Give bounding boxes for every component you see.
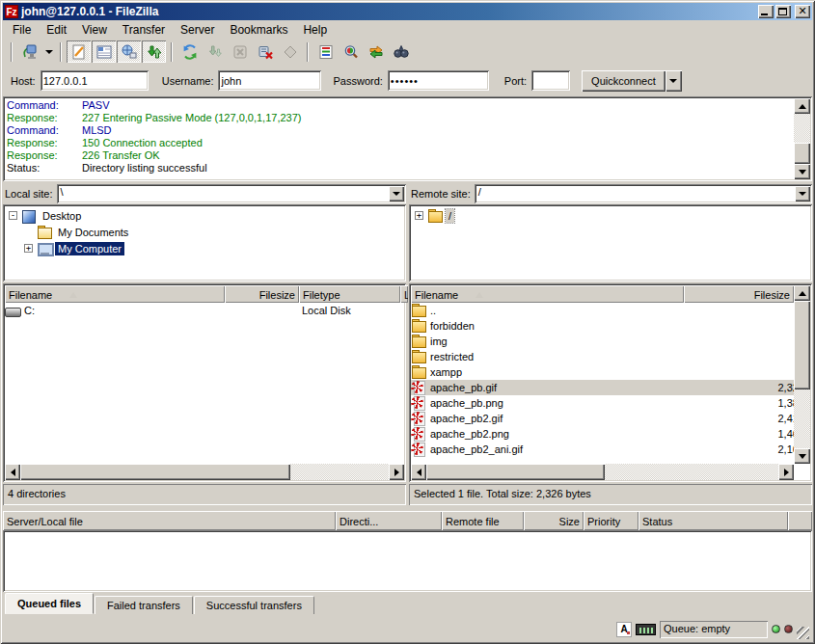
resize-grip[interactable] <box>797 627 809 639</box>
column-header-direction[interactable]: Directi... <box>336 511 442 530</box>
reconnect-button[interactable] <box>278 40 302 63</box>
column-header-status[interactable]: Status <box>638 511 788 530</box>
column-header-filetype[interactable]: Filetype <box>299 285 400 303</box>
remote-vertical-scrollbar[interactable] <box>794 285 810 464</box>
file-row[interactable]: .. <box>411 303 810 318</box>
scroll-left-button[interactable] <box>5 464 20 480</box>
local-horizontal-scrollbar[interactable] <box>5 464 404 480</box>
scroll-thumb[interactable] <box>426 464 605 480</box>
quickconnect-dropdown-button[interactable] <box>666 70 682 92</box>
maximize-button[interactable] <box>775 5 791 18</box>
host-input[interactable] <box>41 70 149 91</box>
file-row[interactable]: apache_pb.gif 2,326 <box>411 380 810 395</box>
remote-site-dropdown-button[interactable] <box>795 186 810 201</box>
scroll-thumb[interactable] <box>20 464 290 480</box>
scroll-left-button[interactable] <box>411 464 426 480</box>
menu-item[interactable]: View <box>74 21 115 39</box>
queue-list[interactable] <box>3 530 812 592</box>
title-bar[interactable]: Fz john@127.0.0.1 - FileZilla ✕ <box>3 3 812 20</box>
toggle-message-log-button[interactable] <box>67 40 91 63</box>
queue-tab[interactable]: Successful transfers <box>194 596 314 614</box>
tree-expander[interactable]: - <box>9 211 17 220</box>
tree-item[interactable]: + / <box>413 207 810 224</box>
column-header-remote-file[interactable]: Remote file <box>442 511 524 530</box>
menu-item[interactable]: Transfer <box>115 21 173 39</box>
tree-item-icon <box>37 226 53 239</box>
minimize-button[interactable] <box>758 5 774 18</box>
menu-item[interactable]: Server <box>173 21 222 39</box>
scroll-right-button[interactable] <box>778 464 794 480</box>
column-header-filesize[interactable]: Filesize <box>225 285 299 303</box>
file-row[interactable]: forbidden <box>411 318 810 334</box>
password-input[interactable] <box>388 70 489 91</box>
scroll-up-button[interactable] <box>794 98 810 114</box>
file-row[interactable]: apache_pb2.gif 2,414 <box>411 411 810 426</box>
transfer-type-indicator-icon[interactable]: A <box>616 622 632 637</box>
tree-expander[interactable]: + <box>415 211 423 220</box>
process-queue-button[interactable] <box>203 40 227 63</box>
file-row[interactable]: img <box>411 334 810 349</box>
find-files-button[interactable] <box>389 40 413 63</box>
file-icon <box>411 365 427 379</box>
column-header-filename[interactable]: Filename <box>5 285 225 303</box>
username-label: Username: <box>162 75 214 87</box>
site-manager-button[interactable] <box>17 40 41 63</box>
column-header-server-local-file[interactable]: Server/Local file <box>3 511 336 530</box>
column-header-lastmodified[interactable]: L <box>400 285 408 303</box>
tree-item-label[interactable]: My Computer <box>55 242 124 255</box>
column-header-priority[interactable]: Priority <box>584 511 638 530</box>
tree-item[interactable]: + My Computer <box>7 240 404 256</box>
tree-item-label[interactable]: My Documents <box>55 226 131 239</box>
file-row[interactable]: apache_pb2.png 1,463 <box>411 426 810 442</box>
file-name: xampp <box>429 366 720 378</box>
username-input[interactable] <box>218 70 321 91</box>
speed-limit-indicator-icon[interactable] <box>636 624 656 635</box>
log-scrollbar[interactable] <box>794 98 810 179</box>
scroll-up-button[interactable] <box>794 285 810 301</box>
queue-tab[interactable]: Failed transfers <box>95 596 193 614</box>
local-file-list: Filename Filesize Filetype L C: Local Di… <box>3 283 406 482</box>
tree-item-label[interactable]: Desktop <box>40 209 84 223</box>
refresh-button[interactable] <box>177 40 202 63</box>
tree-item[interactable]: - Desktop <box>7 207 404 224</box>
column-header-filesize[interactable]: Filesize <box>684 285 794 303</box>
menu-item[interactable]: Bookmarks <box>222 21 295 39</box>
menu-item[interactable]: Edit <box>39 21 74 39</box>
quickconnect-button[interactable]: Quickconnect <box>582 70 666 92</box>
queue-tab[interactable]: Queued files <box>5 593 94 614</box>
local-site-dropdown-button[interactable] <box>389 186 404 201</box>
scroll-right-button[interactable] <box>389 464 404 480</box>
remote-site-combobox[interactable]: / <box>475 184 812 203</box>
toggle-transfer-queue-button[interactable] <box>142 40 166 63</box>
tree-expander[interactable]: + <box>24 244 33 253</box>
file-row[interactable]: xampp <box>411 364 810 380</box>
synchronized-browsing-button[interactable] <box>364 40 388 63</box>
directory-comparison-button[interactable] <box>339 40 363 63</box>
file-row[interactable]: C: Local Disk <box>5 303 404 318</box>
scroll-down-button[interactable] <box>794 448 810 464</box>
tree-item[interactable]: My Documents <box>7 224 404 240</box>
scroll-thumb[interactable] <box>794 301 810 389</box>
menu-item[interactable]: File <box>5 21 39 39</box>
directory-listing-filters-button[interactable] <box>313 40 338 63</box>
column-header-size[interactable]: Size <box>524 511 584 530</box>
local-site-combobox[interactable]: \ <box>57 184 406 203</box>
site-manager-dropdown-button[interactable] <box>42 40 55 63</box>
file-row[interactable]: restricted <box>411 349 810 364</box>
close-button[interactable]: ✕ <box>795 5 810 18</box>
toggle-local-tree-button[interactable] <box>92 40 116 63</box>
tree-item-label[interactable]: / <box>446 209 454 223</box>
scroll-thumb[interactable] <box>794 143 810 164</box>
file-row[interactable]: apache_pb.png 1,385 <box>411 395 810 411</box>
cancel-operation-button[interactable] <box>228 40 252 63</box>
remote-horizontal-scrollbar[interactable] <box>411 464 794 480</box>
triangle-right-icon <box>784 469 789 476</box>
menu-item[interactable]: Help <box>295 21 335 39</box>
column-header-filename[interactable]: Filename <box>411 285 684 303</box>
disconnect-button[interactable] <box>253 40 277 63</box>
file-row[interactable]: apache_pb2_ani.gif 2,160 <box>411 442 810 457</box>
toggle-remote-tree-button[interactable] <box>117 40 141 63</box>
scroll-down-button[interactable] <box>794 164 810 179</box>
remote-site-label: Remote site: <box>409 188 475 200</box>
port-input[interactable] <box>531 70 570 91</box>
